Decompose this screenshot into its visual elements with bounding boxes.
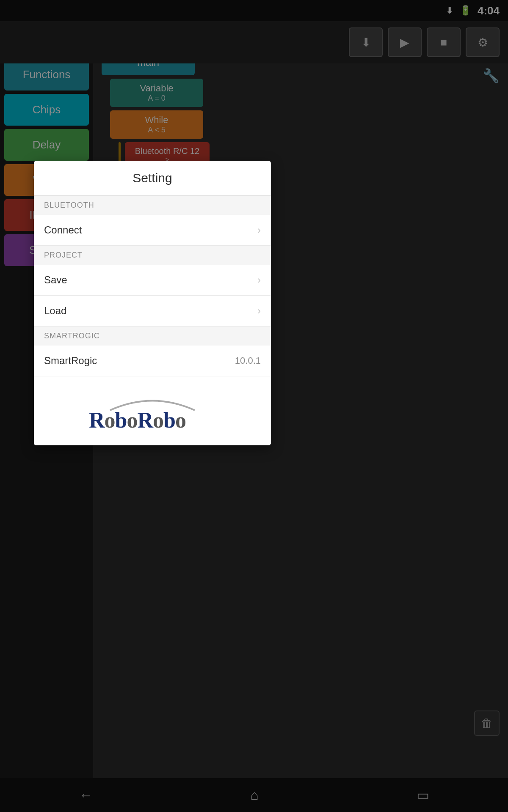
- modal-item-load[interactable]: Load ›: [34, 296, 271, 326]
- settings-modal: Setting BLUETOOTH Connect › PROJECT Save…: [34, 161, 271, 445]
- smartrogic-version: 10.0.1: [235, 355, 261, 366]
- connect-chevron: ›: [257, 224, 261, 236]
- save-label: Save: [44, 274, 67, 286]
- modal-section-bluetooth: BLUETOOTH: [34, 196, 271, 215]
- modal-section-smartrogic: SMARTROGIC: [34, 326, 271, 346]
- smartrogic-label: SmartRogic: [44, 355, 97, 367]
- modal-logo-area: RoboRobo: [34, 376, 271, 445]
- load-chevron: ›: [257, 305, 261, 317]
- save-chevron: ›: [257, 274, 261, 286]
- modal-overlay: Setting BLUETOOTH Connect › PROJECT Save…: [0, 0, 508, 812]
- modal-item-smartrogic: SmartRogic 10.0.1: [34, 346, 271, 376]
- modal-section-project: PROJECT: [34, 246, 271, 265]
- load-label: Load: [44, 305, 66, 317]
- modal-item-connect[interactable]: Connect ›: [34, 215, 271, 246]
- modal-title: Setting: [34, 161, 271, 196]
- connect-label: Connect: [44, 224, 82, 236]
- modal-item-save[interactable]: Save ›: [34, 265, 271, 296]
